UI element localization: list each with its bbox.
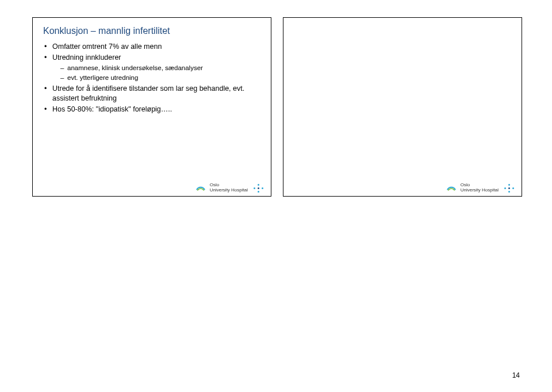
bullet-item: Hos 50-80%: "idiopatisk" foreløpig….. — [44, 105, 260, 114]
bullet-text: Utrede for å identifisere tilstander som… — [52, 84, 244, 102]
bullet-text: Utredning innkluderer — [52, 53, 121, 62]
slide-right: Oslo University Hospital — [283, 17, 522, 197]
logo-text: Oslo University Hospital — [210, 183, 248, 193]
brand-line2: University Hospital — [210, 188, 248, 193]
brand-line2: University Hospital — [461, 188, 499, 193]
slide-footer: Oslo University Hospital — [196, 183, 264, 193]
slide-left-content: Konklusjon – mannlig infertilitet Omfatt… — [33, 18, 271, 114]
bullet-item: Utrede for å identifisere tilstander som… — [44, 84, 260, 103]
bullet-item: Omfatter omtrent 7% av alle menn — [44, 42, 260, 52]
page: Konklusjon – mannlig infertilitet Omfatt… — [0, 0, 552, 392]
sub-list: anamnese, klinisk undersøkelse, sædanaly… — [52, 64, 260, 83]
logo-swoosh-icon — [447, 184, 456, 192]
dots-icon — [504, 184, 515, 192]
logo-swoosh-icon — [196, 184, 205, 192]
sub-item: anamnese, klinisk undersøkelse, sædanaly… — [60, 64, 260, 73]
bullet-item: Utredning innkluderer anamnese, klinisk … — [44, 53, 260, 83]
bullet-text: Omfatter omtrent 7% av alle menn — [52, 43, 162, 51]
slide-left: Konklusjon – mannlig infertilitet Omfatt… — [32, 17, 271, 197]
bullet-list: Omfatter omtrent 7% av alle menn Utredni… — [44, 42, 260, 114]
slide-title: Konklusjon – mannlig infertilitet — [43, 26, 260, 36]
sub-item: evt. ytterligere utredning — [60, 74, 260, 83]
bullet-text: Hos 50-80%: "idiopatisk" foreløpig….. — [52, 105, 172, 113]
logo-text: Oslo University Hospital — [461, 183, 499, 193]
dots-icon — [254, 184, 264, 192]
page-number: 14 — [512, 371, 520, 379]
slide-footer: Oslo University Hospital — [447, 183, 515, 193]
